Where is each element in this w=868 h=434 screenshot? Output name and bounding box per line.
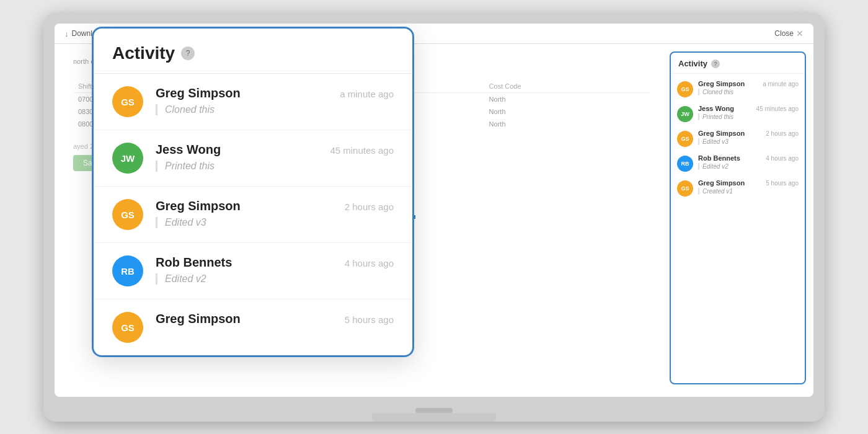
user-name: Greg Simpson [156, 312, 241, 326]
large-panel-activity-item: JW Jess Wong 45 minutes ago Printed this [94, 130, 412, 187]
close-button[interactable]: Close ✕ [774, 29, 804, 38]
activity-action: Cloned this [156, 104, 394, 115]
activity-action: Edited v3 [156, 217, 394, 228]
avatar: RB [112, 255, 143, 286]
activity-action: Created v1 [698, 188, 799, 195]
activity-time: 45 minutes ago [330, 145, 394, 156]
right-panel-activity-item: JW Jess Wong 45 minutes ago Printed this [671, 101, 805, 126]
right-panel-activity-item: GS Greg Simpson a minute ago Cloned this [671, 76, 805, 101]
large-panel-items: GS Greg Simpson a minute ago Cloned this… [94, 74, 412, 355]
avatar: GS [112, 312, 143, 343]
screen-content: ↓ Download PDF ✉ Send PDF ⎘ Clone Close … [55, 24, 813, 397]
user-name: Rob Bennets [698, 154, 740, 162]
close-icon: ✕ [796, 29, 804, 38]
activity-time: 5 hours ago [345, 314, 394, 325]
right-panel-help-icon[interactable]: ? [711, 60, 720, 68]
large-panel-help-icon[interactable]: ? [181, 46, 195, 60]
user-name: Jess Wong [698, 105, 734, 112]
right-panel-title: Activity [678, 59, 707, 68]
large-panel-activity-item: GS Greg Simpson 2 hours ago Edited v3 [94, 187, 412, 243]
avatar: GS [677, 131, 693, 147]
activity-action: Edited v2 [156, 273, 394, 285]
avatar: GS [112, 86, 143, 117]
avatar: GS [677, 81, 693, 97]
activity-action: Edited v3 [698, 138, 799, 145]
avatar: GS [112, 199, 143, 230]
activity-time: 2 hours ago [345, 202, 394, 212]
large-panel-title: Activity [112, 43, 175, 63]
activity-time: a minute ago [763, 81, 799, 87]
col-cost-code: Cost Code [484, 80, 651, 93]
activity-time: 4 hours ago [345, 258, 394, 268]
right-panel-items: GS Greg Simpson a minute ago Cloned this… [671, 74, 805, 203]
right-panel-activity-item: GS Greg Simpson 5 hours ago Created v1 [671, 175, 805, 200]
avatar: JW [677, 106, 693, 122]
avatar: JW [112, 143, 143, 174]
activity-time: 2 hours ago [766, 130, 799, 137]
user-name: Greg Simpson [156, 86, 241, 100]
activity-time: 45 minutes ago [756, 105, 799, 112]
activity-action: Cloned this [698, 89, 799, 95]
avatar: GS [677, 180, 693, 197]
activity-action: Printed this [698, 113, 799, 120]
large-activity-panel: Activity ? GS Greg Simpson a minute ago … [92, 27, 414, 357]
large-panel-activity-item: RB Rob Bennets 4 hours ago Edited v2 [94, 243, 412, 299]
laptop-shell: ↓ Download PDF ✉ Send PDF ⎘ Clone Close … [43, 12, 825, 422]
large-panel-header: Activity ? [94, 29, 412, 74]
right-panel-header: Activity ? [671, 53, 805, 74]
activity-time: a minute ago [340, 89, 394, 99]
user-name: Greg Simpson [156, 199, 241, 213]
download-icon: ↓ [64, 29, 69, 38]
activity-action: Printed this [156, 161, 394, 172]
right-activity-panel: Activity ? GS Greg Simpson a minute ago … [670, 51, 806, 384]
activity-action: Edited v2 [698, 163, 799, 170]
activity-time: 5 hours ago [766, 180, 799, 187]
laptop-base [372, 413, 496, 422]
user-name: Jess Wong [156, 143, 221, 157]
user-name: Rob Bennets [156, 255, 232, 270]
right-panel-activity-item: RB Rob Bennets 4 hours ago Edited v2 [671, 151, 805, 175]
laptop-notch [415, 408, 453, 413]
avatar: RB [677, 156, 693, 172]
laptop-screen: ↓ Download PDF ✉ Send PDF ⎘ Clone Close … [55, 24, 813, 397]
large-panel-activity-item: GS Greg Simpson 5 hours ago [94, 299, 412, 355]
user-name: Greg Simpson [698, 179, 745, 187]
large-panel-activity-item: GS Greg Simpson a minute ago Cloned this [94, 74, 412, 130]
activity-time: 4 hours ago [766, 155, 799, 162]
user-name: Greg Simpson [698, 80, 745, 87]
user-name: Greg Simpson [698, 130, 745, 137]
right-panel-activity-item: GS Greg Simpson 2 hours ago Edited v3 [671, 126, 805, 151]
